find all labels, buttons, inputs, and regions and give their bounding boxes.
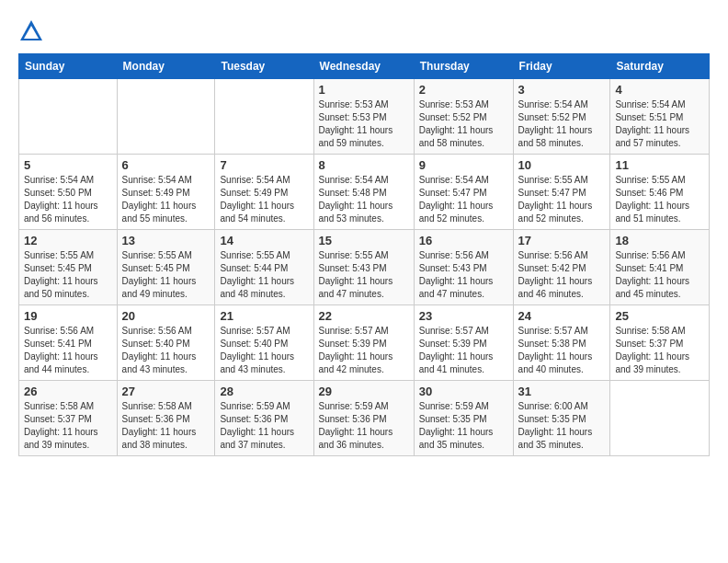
calendar-cell: 16Sunrise: 5:56 AM Sunset: 5:43 PM Dayli… (414, 230, 513, 305)
logo (18, 18, 48, 44)
day-info: Sunrise: 5:58 AM Sunset: 5:36 PM Dayligh… (122, 400, 210, 452)
calendar-cell: 17Sunrise: 5:56 AM Sunset: 5:42 PM Dayli… (513, 230, 610, 305)
day-number: 6 (122, 158, 210, 172)
day-info: Sunrise: 5:54 AM Sunset: 5:49 PM Dayligh… (220, 174, 308, 225)
day-number: 8 (319, 158, 409, 172)
days-header-row: SundayMondayTuesdayWednesdayThursdayFrid… (19, 54, 710, 79)
day-info: Sunrise: 5:57 AM Sunset: 5:40 PM Dayligh… (220, 325, 308, 376)
calendar-cell: 22Sunrise: 5:57 AM Sunset: 5:39 PM Dayli… (313, 305, 414, 381)
day-info: Sunrise: 5:56 AM Sunset: 5:41 PM Dayligh… (615, 249, 704, 301)
calendar-cell: 27Sunrise: 5:58 AM Sunset: 5:36 PM Dayli… (117, 381, 215, 456)
day-info: Sunrise: 5:58 AM Sunset: 5:37 PM Dayligh… (615, 325, 704, 376)
day-number: 29 (319, 385, 409, 398)
day-header-tuesday: Tuesday (215, 54, 313, 79)
day-info: Sunrise: 5:55 AM Sunset: 5:45 PM Dayligh… (122, 249, 210, 301)
day-info: Sunrise: 5:59 AM Sunset: 5:36 PM Dayligh… (319, 400, 409, 452)
day-number: 24 (518, 309, 606, 323)
day-number: 13 (122, 234, 210, 247)
page-header (18, 18, 710, 44)
day-header-wednesday: Wednesday (313, 54, 414, 79)
day-info: Sunrise: 5:57 AM Sunset: 5:39 PM Dayligh… (419, 325, 508, 376)
day-header-monday: Monday (117, 54, 215, 79)
day-number: 10 (518, 158, 606, 172)
day-header-saturday: Saturday (610, 54, 710, 79)
calendar-cell: 20Sunrise: 5:56 AM Sunset: 5:40 PM Dayli… (117, 305, 215, 381)
calendar-cell: 11Sunrise: 5:55 AM Sunset: 5:46 PM Dayli… (610, 155, 710, 230)
calendar-cell (19, 79, 118, 155)
week-row-1: 1Sunrise: 5:53 AM Sunset: 5:53 PM Daylig… (19, 79, 710, 155)
day-number: 4 (615, 83, 704, 97)
day-info: Sunrise: 5:58 AM Sunset: 5:37 PM Dayligh… (24, 400, 112, 452)
logo-icon (18, 18, 44, 44)
calendar-cell (610, 381, 710, 456)
day-number: 27 (122, 385, 210, 398)
day-info: Sunrise: 5:54 AM Sunset: 5:50 PM Dayligh… (24, 174, 112, 225)
calendar-cell: 5Sunrise: 5:54 AM Sunset: 5:50 PM Daylig… (19, 155, 118, 230)
day-number: 26 (24, 385, 112, 398)
calendar-cell (117, 79, 215, 155)
day-header-thursday: Thursday (414, 54, 513, 79)
day-number: 5 (24, 158, 112, 172)
calendar-cell: 14Sunrise: 5:55 AM Sunset: 5:44 PM Dayli… (215, 230, 313, 305)
calendar-cell: 30Sunrise: 5:59 AM Sunset: 5:35 PM Dayli… (414, 381, 513, 456)
calendar-cell: 13Sunrise: 5:55 AM Sunset: 5:45 PM Dayli… (117, 230, 215, 305)
calendar-cell: 29Sunrise: 5:59 AM Sunset: 5:36 PM Dayli… (313, 381, 414, 456)
calendar-cell (215, 79, 313, 155)
day-number: 18 (615, 234, 704, 247)
calendar-table: SundayMondayTuesdayWednesdayThursdayFrid… (18, 53, 710, 456)
day-number: 3 (518, 83, 606, 97)
day-number: 21 (220, 309, 308, 323)
calendar-cell: 7Sunrise: 5:54 AM Sunset: 5:49 PM Daylig… (215, 155, 313, 230)
calendar-cell: 10Sunrise: 5:55 AM Sunset: 5:47 PM Dayli… (513, 155, 610, 230)
day-info: Sunrise: 5:55 AM Sunset: 5:45 PM Dayligh… (24, 249, 112, 301)
day-number: 17 (518, 234, 606, 247)
day-info: Sunrise: 5:55 AM Sunset: 5:43 PM Dayligh… (319, 249, 409, 301)
day-number: 7 (220, 158, 308, 172)
day-header-friday: Friday (513, 54, 610, 79)
day-number: 22 (319, 309, 409, 323)
day-number: 2 (419, 83, 508, 97)
day-number: 15 (319, 234, 409, 247)
day-number: 16 (419, 234, 508, 247)
calendar-cell: 2Sunrise: 5:53 AM Sunset: 5:52 PM Daylig… (414, 79, 513, 155)
day-info: Sunrise: 5:57 AM Sunset: 5:39 PM Dayligh… (319, 325, 409, 376)
calendar-cell: 19Sunrise: 5:56 AM Sunset: 5:41 PM Dayli… (19, 305, 118, 381)
day-number: 25 (615, 309, 704, 323)
calendar-cell: 1Sunrise: 5:53 AM Sunset: 5:53 PM Daylig… (313, 79, 414, 155)
day-number: 1 (319, 83, 409, 97)
calendar-cell: 25Sunrise: 5:58 AM Sunset: 5:37 PM Dayli… (610, 305, 710, 381)
calendar-cell: 28Sunrise: 5:59 AM Sunset: 5:36 PM Dayli… (215, 381, 313, 456)
calendar-cell: 21Sunrise: 5:57 AM Sunset: 5:40 PM Dayli… (215, 305, 313, 381)
calendar-cell: 9Sunrise: 5:54 AM Sunset: 5:47 PM Daylig… (414, 155, 513, 230)
day-info: Sunrise: 5:56 AM Sunset: 5:41 PM Dayligh… (24, 325, 112, 376)
day-info: Sunrise: 5:59 AM Sunset: 5:36 PM Dayligh… (220, 400, 308, 452)
day-info: Sunrise: 5:54 AM Sunset: 5:48 PM Dayligh… (319, 174, 409, 225)
calendar-cell: 15Sunrise: 5:55 AM Sunset: 5:43 PM Dayli… (313, 230, 414, 305)
day-info: Sunrise: 5:55 AM Sunset: 5:44 PM Dayligh… (220, 249, 308, 301)
day-number: 20 (122, 309, 210, 323)
calendar-cell: 8Sunrise: 5:54 AM Sunset: 5:48 PM Daylig… (313, 155, 414, 230)
day-info: Sunrise: 5:56 AM Sunset: 5:42 PM Dayligh… (518, 249, 606, 301)
day-info: Sunrise: 5:59 AM Sunset: 5:35 PM Dayligh… (419, 400, 508, 452)
week-row-3: 12Sunrise: 5:55 AM Sunset: 5:45 PM Dayli… (19, 230, 710, 305)
calendar-cell: 6Sunrise: 5:54 AM Sunset: 5:49 PM Daylig… (117, 155, 215, 230)
day-info: Sunrise: 5:53 AM Sunset: 5:52 PM Dayligh… (419, 98, 508, 150)
day-number: 30 (419, 385, 508, 398)
day-info: Sunrise: 5:55 AM Sunset: 5:47 PM Dayligh… (518, 174, 606, 225)
day-info: Sunrise: 5:54 AM Sunset: 5:51 PM Dayligh… (615, 98, 704, 150)
calendar-cell: 26Sunrise: 5:58 AM Sunset: 5:37 PM Dayli… (19, 381, 118, 456)
calendar-cell: 24Sunrise: 5:57 AM Sunset: 5:38 PM Dayli… (513, 305, 610, 381)
day-number: 19 (24, 309, 112, 323)
day-number: 9 (419, 158, 508, 172)
calendar-cell: 31Sunrise: 6:00 AM Sunset: 5:35 PM Dayli… (513, 381, 610, 456)
day-number: 14 (220, 234, 308, 247)
day-info: Sunrise: 6:00 AM Sunset: 5:35 PM Dayligh… (518, 400, 606, 452)
week-row-2: 5Sunrise: 5:54 AM Sunset: 5:50 PM Daylig… (19, 155, 710, 230)
day-info: Sunrise: 5:56 AM Sunset: 5:43 PM Dayligh… (419, 249, 508, 301)
day-info: Sunrise: 5:54 AM Sunset: 5:47 PM Dayligh… (419, 174, 508, 225)
calendar-cell: 23Sunrise: 5:57 AM Sunset: 5:39 PM Dayli… (414, 305, 513, 381)
week-row-4: 19Sunrise: 5:56 AM Sunset: 5:41 PM Dayli… (19, 305, 710, 381)
day-info: Sunrise: 5:54 AM Sunset: 5:49 PM Dayligh… (122, 174, 210, 225)
calendar-cell: 3Sunrise: 5:54 AM Sunset: 5:52 PM Daylig… (513, 79, 610, 155)
calendar-cell: 12Sunrise: 5:55 AM Sunset: 5:45 PM Dayli… (19, 230, 118, 305)
